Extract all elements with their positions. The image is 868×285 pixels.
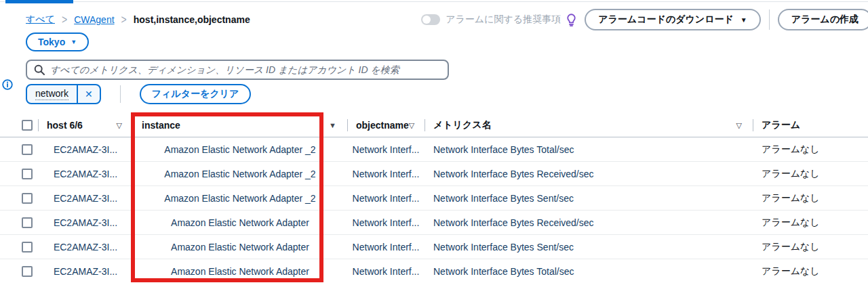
alarm-recommendations-label: アラームに関する推奨事項 [446,14,561,26]
search-row [26,60,449,80]
chevron-down-icon: ▼ [71,39,77,45]
instance-cell[interactable]: Amazon Elastic Network Adapter [171,217,309,228]
instance-cell[interactable]: Amazon Elastic Network Adapter [171,242,309,253]
topbar: すべて > CWAgent > host,instance,objectname… [26,8,868,31]
alarm-status-cell: アラームなし [753,241,868,253]
sort-icon[interactable]: ▼ [329,121,336,129]
sort-icon[interactable]: ▽ [736,121,742,130]
table-row: EC2AMAZ-3I... Amazon Elastic Network Ada… [0,210,868,234]
table-row: EC2AMAZ-3I... Amazon Elastic Network Ada… [0,259,868,283]
column-header-instance[interactable]: instance ▼ [133,114,347,137]
host-cell[interactable]: EC2AMAZ-3I... [54,266,117,277]
create-alarm-label: アラームの作成 [791,14,859,26]
download-alarm-code-button[interactable]: アラームコードのダウンロード ▼ [585,9,761,30]
host-cell[interactable]: EC2AMAZ-3I... [54,217,117,228]
metric-name-cell[interactable]: Network Interface Bytes Total/sec [433,144,574,155]
row-checkbox[interactable] [22,266,33,277]
metric-name-cell[interactable]: Network Interface Bytes Received/sec [433,217,594,228]
row-checkbox[interactable] [22,217,33,228]
breadcrumb-current: host,instance,objectname [134,14,250,25]
objectname-cell[interactable]: Network Interf... [353,144,420,155]
table-row: EC2AMAZ-3I... Amazon Elastic Network Ada… [0,185,868,210]
select-all-checkbox[interactable] [22,120,33,131]
breadcrumb: すべて > CWAgent > host,instance,objectname [26,14,250,26]
column-header-objectname[interactable]: objectname ▽ [347,114,425,137]
table-header-row: host 6/6 ▽ instance ▼ objectname ▽ メトリクス… [0,114,868,137]
sort-icon[interactable]: ▽ [409,121,414,130]
alarm-status-cell: アラームなし [753,168,868,180]
row-checkbox[interactable] [22,193,33,204]
alarm-status-cell: アラームなし [753,217,868,229]
tab-bar-border [0,1,868,2]
filter-chip-network[interactable]: network ✕ [26,84,101,104]
lightbulb-icon [566,14,576,26]
row-checkbox[interactable] [22,242,33,253]
column-header-host[interactable]: host 6/6 ▽ [38,114,133,137]
alarm-recommendations-toggle[interactable] [421,14,440,25]
alarm-status-cell: アラームなし [753,192,868,204]
info-icon[interactable] [2,79,13,90]
chevron-down-icon: ▼ [741,16,747,24]
breadcrumb-cwagent-link[interactable]: CWAgent [74,14,114,25]
alarm-status-cell: アラームなし [753,265,868,278]
breadcrumb-all-link[interactable]: すべて [26,14,55,26]
objectname-cell[interactable]: Network Interf... [353,242,420,253]
actions-divider [769,9,770,30]
region-selector-row: Tokyo ▼ [26,32,89,51]
active-tab-indicator [5,0,73,3]
table-row: EC2AMAZ-3I... Amazon Elastic Network Ada… [0,161,868,185]
column-header-alarm: アラーム [753,114,868,137]
metric-name-cell[interactable]: Network Interface Bytes Received/sec [433,169,594,179]
header-actions: アラームに関する推奨事項 アラームコードのダウンロード ▼ アラームの作成 [421,9,868,30]
alarm-status-cell: アラームなし [753,144,868,156]
filter-chip-label: network [35,88,68,100]
instance-cell[interactable]: Amazon Elastic Network Adapter [171,266,309,277]
metric-name-cell[interactable]: Network Interface Bytes Total/sec [433,266,574,277]
breadcrumb-chevron-icon: > [62,13,67,26]
alarm-recommendations-toggle-group: アラームに関する推奨事項 [421,14,576,26]
table-row: EC2AMAZ-3I... Amazon Elastic Network Ada… [0,234,868,259]
host-cell[interactable]: EC2AMAZ-3I... [54,242,117,253]
create-alarm-button[interactable]: アラームの作成 [778,9,868,30]
metric-name-cell[interactable]: Network Interface Bytes Sent/sec [433,242,574,253]
host-cell[interactable]: EC2AMAZ-3I... [54,169,117,179]
download-alarm-code-label: アラームコードのダウンロード [598,14,734,26]
column-header-metric-name[interactable]: メトリクス名 ▽ [425,114,753,137]
filter-divider [120,85,121,103]
region-label: Tokyo [38,37,65,47]
row-checkbox[interactable] [22,169,33,179]
table-row: EC2AMAZ-3I... Amazon Elastic Network Ada… [0,137,868,161]
objectname-cell[interactable]: Network Interf... [353,193,420,204]
metrics-search-input[interactable] [50,64,441,75]
objectname-cell[interactable]: Network Interf... [353,266,420,277]
search-icon [34,64,45,75]
cloudwatch-metrics-page: すべて > CWAgent > host,instance,objectname… [0,0,868,285]
sort-icon[interactable]: ▽ [117,121,122,130]
region-selector-button[interactable]: Tokyo ▼ [26,32,89,51]
instance-cell[interactable]: Amazon Elastic Network Adapter _2 [164,144,315,155]
filter-chip-remove-button[interactable]: ✕ [77,85,100,103]
breadcrumb-chevron-icon: > [121,13,127,26]
instance-cell[interactable]: Amazon Elastic Network Adapter _2 [164,169,315,179]
metric-name-cell[interactable]: Network Interface Bytes Sent/sec [433,193,574,204]
host-cell[interactable]: EC2AMAZ-3I... [54,144,117,155]
objectname-cell[interactable]: Network Interf... [353,217,420,228]
host-cell[interactable]: EC2AMAZ-3I... [54,193,117,204]
metrics-table: host 6/6 ▽ instance ▼ objectname ▽ メトリクス… [0,114,868,283]
clear-filters-label: フィルターをクリア [152,88,239,100]
row-checkbox[interactable] [22,144,33,155]
metrics-search-box[interactable] [26,60,449,80]
objectname-cell[interactable]: Network Interf... [353,169,420,179]
filter-row: network ✕ フィルターをクリア [26,84,251,104]
clear-filters-button[interactable]: フィルターをクリア [140,84,252,104]
instance-cell[interactable]: Amazon Elastic Network Adapter _2 [164,193,315,204]
